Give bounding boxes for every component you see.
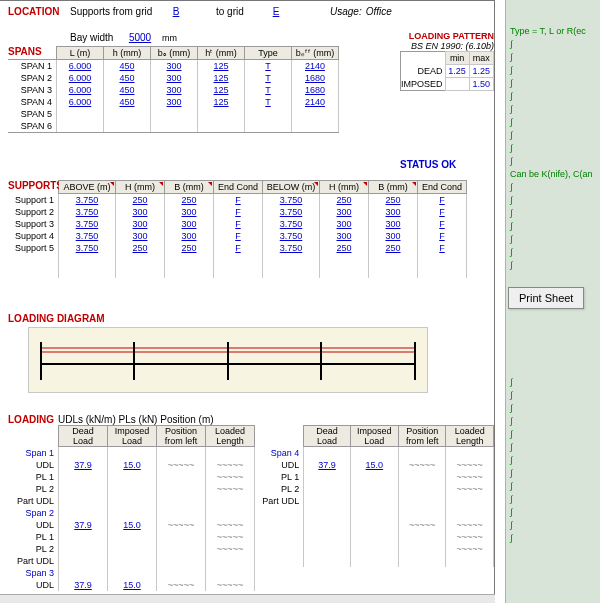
dropdown-icon[interactable]: [363, 182, 367, 186]
loading-cell[interactable]: [157, 531, 206, 543]
support-cell[interactable]: 300: [165, 218, 214, 230]
loading-cell[interactable]: [108, 495, 157, 507]
span-cell[interactable]: 125: [198, 96, 245, 108]
lp-c01[interactable]: 1.25: [469, 65, 493, 78]
loading-cell[interactable]: [304, 555, 351, 567]
support-cell[interactable]: 3.750: [263, 194, 320, 207]
loading-cell[interactable]: [398, 495, 446, 507]
loading-cell[interactable]: 15.0: [108, 579, 157, 591]
loading-cell[interactable]: [206, 495, 255, 507]
span-cell[interactable]: T: [245, 60, 292, 73]
support-cell[interactable]: 300: [320, 230, 369, 242]
loading-cell[interactable]: [157, 543, 206, 555]
loading-cell[interactable]: [350, 471, 398, 483]
loading-cell[interactable]: [304, 495, 351, 507]
loading-cell[interactable]: [350, 483, 398, 495]
support-cell[interactable]: F: [214, 206, 263, 218]
span-cell[interactable]: 450: [104, 60, 151, 73]
loading-cell[interactable]: [350, 519, 398, 531]
lp-c00[interactable]: 1.25: [445, 65, 469, 78]
loading-cell[interactable]: [398, 471, 446, 483]
support-cell[interactable]: 300: [165, 230, 214, 242]
support-cell[interactable]: 300: [320, 206, 369, 218]
loading-cell[interactable]: [304, 543, 351, 555]
support-cell[interactable]: F: [214, 230, 263, 242]
loading-cell[interactable]: [350, 555, 398, 567]
loading-cell[interactable]: [446, 495, 494, 507]
span-cell[interactable]: T: [245, 72, 292, 84]
loading-cell[interactable]: [108, 543, 157, 555]
span-cell[interactable]: 6.000: [57, 72, 104, 84]
span-cell[interactable]: 2140: [292, 96, 339, 108]
support-cell[interactable]: F: [418, 230, 467, 242]
support-cell[interactable]: F: [214, 218, 263, 230]
span-cell[interactable]: 125: [198, 72, 245, 84]
dropdown-icon[interactable]: [159, 182, 163, 186]
loading-cell[interactable]: [157, 495, 206, 507]
support-cell[interactable]: F: [214, 194, 263, 207]
support-cell[interactable]: 3.750: [263, 242, 320, 254]
bay-value[interactable]: 5000: [122, 32, 158, 43]
loading-cell[interactable]: [398, 483, 446, 495]
grid-to[interactable]: E: [266, 6, 286, 17]
span-cell[interactable]: 6.000: [57, 84, 104, 96]
dropdown-icon[interactable]: [208, 182, 212, 186]
support-cell[interactable]: 250: [369, 242, 418, 254]
loading-cell[interactable]: [108, 483, 157, 495]
dropdown-icon[interactable]: [314, 182, 318, 186]
support-cell[interactable]: 250: [165, 194, 214, 207]
support-cell[interactable]: 300: [116, 218, 165, 230]
lp-c11[interactable]: 1.50: [469, 78, 493, 91]
span-cell[interactable]: 125: [198, 60, 245, 73]
loading-cell[interactable]: 15.0: [350, 459, 398, 471]
loading-cell[interactable]: [59, 555, 108, 567]
span-cell[interactable]: 6.000: [57, 60, 104, 73]
loading-cell[interactable]: [350, 531, 398, 543]
loading-cell[interactable]: 15.0: [108, 459, 157, 471]
loading-cell[interactable]: [59, 531, 108, 543]
span-cell[interactable]: 2140: [292, 60, 339, 73]
span-cell[interactable]: 450: [104, 96, 151, 108]
loading-cell[interactable]: [304, 483, 351, 495]
support-cell[interactable]: 300: [116, 206, 165, 218]
print-sheet-button[interactable]: Print Sheet: [508, 287, 584, 309]
loading-cell[interactable]: [108, 531, 157, 543]
support-cell[interactable]: 250: [369, 194, 418, 207]
loading-cell[interactable]: [206, 555, 255, 567]
support-cell[interactable]: 3.750: [59, 206, 116, 218]
loading-cell[interactable]: [59, 495, 108, 507]
loading-cell[interactable]: 37.9: [59, 459, 108, 471]
loading-cell[interactable]: [157, 471, 206, 483]
support-cell[interactable]: 250: [165, 242, 214, 254]
span-cell[interactable]: 6.000: [57, 96, 104, 108]
loading-cell[interactable]: [398, 555, 446, 567]
span-cell[interactable]: 125: [198, 84, 245, 96]
dropdown-icon[interactable]: [412, 182, 416, 186]
support-cell[interactable]: 3.750: [59, 230, 116, 242]
loading-cell[interactable]: [304, 519, 351, 531]
loading-cell[interactable]: [304, 531, 351, 543]
support-cell[interactable]: 300: [165, 206, 214, 218]
loading-cell[interactable]: [398, 543, 446, 555]
support-cell[interactable]: 250: [320, 242, 369, 254]
span-cell[interactable]: 450: [104, 84, 151, 96]
loading-cell[interactable]: 37.9: [304, 459, 351, 471]
support-cell[interactable]: F: [214, 242, 263, 254]
support-cell[interactable]: 250: [116, 242, 165, 254]
support-cell[interactable]: 250: [116, 194, 165, 207]
loading-cell[interactable]: [398, 531, 446, 543]
loading-cell[interactable]: [59, 471, 108, 483]
span-cell[interactable]: T: [245, 84, 292, 96]
span-cell[interactable]: 300: [151, 72, 198, 84]
support-cell[interactable]: 3.750: [59, 242, 116, 254]
loading-cell[interactable]: [350, 495, 398, 507]
support-cell[interactable]: 300: [369, 218, 418, 230]
support-cell[interactable]: 3.750: [263, 230, 320, 242]
support-cell[interactable]: 300: [320, 218, 369, 230]
loading-cell[interactable]: [304, 471, 351, 483]
span-cell[interactable]: 300: [151, 84, 198, 96]
loading-cell[interactable]: 15.0: [108, 519, 157, 531]
span-cell[interactable]: 1680: [292, 72, 339, 84]
loading-cell[interactable]: 37.9: [59, 519, 108, 531]
grid-from[interactable]: B: [166, 6, 186, 17]
